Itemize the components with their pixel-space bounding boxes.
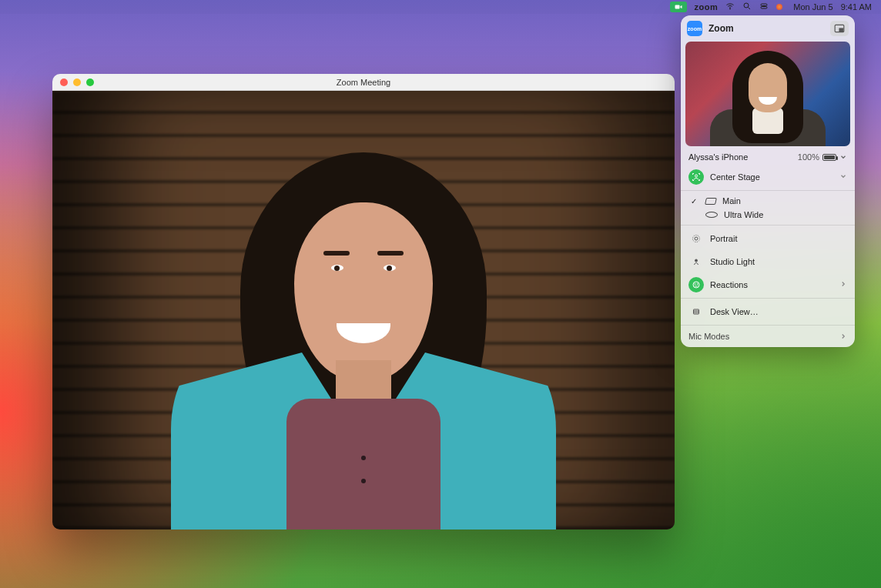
svg-point-9: [693, 236, 700, 242]
portrait-icon: [688, 231, 704, 246]
close-button[interactable]: [60, 79, 68, 86]
fullscreen-button[interactable]: [86, 79, 94, 86]
chevron-down-icon: [839, 153, 847, 161]
svg-rect-6: [839, 28, 843, 32]
battery-percent: 100%: [798, 152, 819, 162]
desk-view-icon: [688, 304, 704, 319]
lens-list: ✓ Main Ultra Wide: [681, 192, 855, 223]
svg-point-13: [697, 284, 698, 285]
device-row[interactable]: Alyssa's iPhone 100%: [681, 146, 855, 165]
lens-ultra-wide[interactable]: Ultra Wide: [681, 208, 855, 222]
wifi-icon[interactable]: [725, 2, 735, 12]
svg-rect-4: [761, 7, 767, 9]
lens-icon: [705, 212, 718, 218]
chevron-down-icon: [839, 172, 847, 182]
mic-modes-label: Mic Modes: [688, 332, 729, 341]
pip-button[interactable]: [830, 21, 849, 36]
desktop-wallpaper: zoom Mon Jun 5 9:41 AM Zoom Meeting: [0, 0, 881, 588]
battery-icon: [822, 154, 836, 161]
svg-point-8: [695, 237, 698, 240]
lens-ultra-wide-label: Ultra Wide: [724, 210, 763, 219]
checkmark-icon: ✓: [688, 197, 699, 205]
camera-preview[interactable]: [685, 42, 850, 146]
siri-icon[interactable]: [776, 4, 782, 10]
svg-rect-0: [675, 5, 679, 9]
svg-point-7: [695, 175, 698, 177]
studio-light-icon: [688, 254, 704, 269]
control-center-icon[interactable]: [759, 2, 769, 12]
menu-bar: zoom Mon Jun 5 9:41 AM: [0, 0, 881, 14]
menu-date[interactable]: Mon Jun 5: [793, 2, 832, 12]
menu-time[interactable]: 9:41 AM: [841, 2, 872, 12]
traffic-lights[interactable]: [60, 79, 94, 86]
lens-icon: [705, 198, 717, 205]
separator: [681, 325, 855, 326]
separator: [681, 225, 855, 226]
reactions-toggle[interactable]: Reactions: [681, 273, 855, 296]
camera-control-panel: zoom Zoom Alyssa's iPhone 100%: [681, 15, 855, 347]
portrait-toggle[interactable]: Portrait: [681, 227, 855, 250]
svg-point-1: [730, 8, 731, 9]
svg-point-12: [695, 284, 695, 285]
reactions-icon: [688, 277, 704, 292]
panel-header: zoom Zoom: [681, 15, 855, 42]
svg-rect-14: [694, 309, 699, 314]
zoom-meeting-window: Zoom Meeting: [52, 74, 675, 530]
reactions-label: Reactions: [710, 280, 833, 289]
svg-point-2: [744, 3, 749, 8]
separator: [681, 190, 855, 191]
facetime-menu-icon[interactable]: [670, 2, 687, 12]
chevron-right-icon: [839, 332, 847, 340]
participant-figure: [156, 129, 571, 530]
spotlight-icon[interactable]: [742, 2, 752, 12]
svg-rect-3: [761, 4, 767, 6]
chevron-right-icon: [839, 280, 847, 289]
mic-modes-button[interactable]: Mic Modes: [681, 327, 855, 347]
svg-point-11: [693, 282, 699, 288]
center-stage-label: Center Stage: [710, 172, 833, 182]
minimize-button[interactable]: [73, 79, 81, 86]
studio-light-label: Studio Light: [710, 257, 847, 266]
desk-view-button[interactable]: Desk View…: [681, 300, 855, 323]
center-stage-toggle[interactable]: Center Stage: [681, 165, 855, 189]
main-video[interactable]: [52, 91, 675, 530]
center-stage-icon: [688, 169, 704, 185]
studio-light-toggle[interactable]: Studio Light: [681, 250, 855, 273]
separator: [681, 298, 855, 299]
portrait-label: Portrait: [710, 234, 847, 243]
device-name: Alyssa's iPhone: [688, 152, 748, 162]
svg-point-10: [695, 259, 698, 262]
zoom-app-icon: zoom: [687, 21, 702, 36]
panel-title: Zoom: [708, 23, 824, 34]
desk-view-label: Desk View…: [710, 307, 847, 316]
window-title: Zoom Meeting: [52, 78, 675, 87]
menu-app-name[interactable]: zoom: [695, 2, 719, 12]
lens-main-label: Main: [722, 196, 741, 205]
window-titlebar[interactable]: Zoom Meeting: [52, 74, 675, 91]
lens-main[interactable]: ✓ Main: [681, 194, 855, 208]
